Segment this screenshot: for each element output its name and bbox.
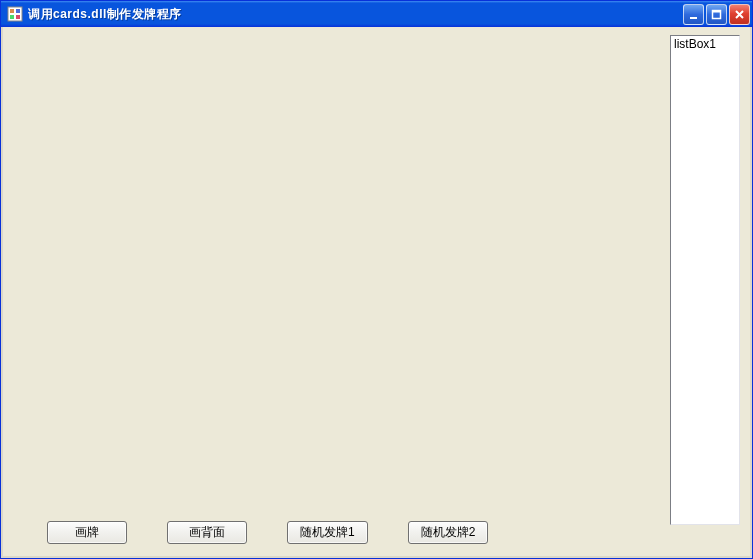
svg-rect-3: [10, 15, 14, 19]
client-area: listBox1 画牌 画背面 随机发牌1 随机发牌2: [1, 27, 752, 558]
maximize-icon: [711, 9, 722, 20]
list-item[interactable]: listBox1: [674, 37, 736, 51]
listbox[interactable]: listBox1: [670, 35, 740, 525]
random-deal-2-button[interactable]: 随机发牌2: [408, 521, 489, 544]
close-button[interactable]: [729, 4, 750, 25]
minimize-icon: [688, 9, 699, 20]
svg-rect-2: [16, 9, 20, 13]
svg-rect-7: [713, 10, 721, 12]
window-title: 调用cards.dll制作发牌程序: [28, 6, 683, 23]
application-window: 调用cards.dll制作发牌程序 listBox1: [0, 0, 753, 559]
svg-rect-5: [690, 17, 697, 19]
draw-back-button[interactable]: 画背面: [167, 521, 247, 544]
draw-card-button[interactable]: 画牌: [47, 521, 127, 544]
window-controls: [683, 4, 750, 25]
random-deal-1-button[interactable]: 随机发牌1: [287, 521, 368, 544]
button-row: 画牌 画背面 随机发牌1 随机发牌2: [47, 521, 488, 544]
app-icon: [7, 6, 23, 22]
minimize-button[interactable]: [683, 4, 704, 25]
titlebar[interactable]: 调用cards.dll制作发牌程序: [1, 1, 752, 27]
svg-rect-4: [16, 15, 20, 19]
close-icon: [734, 9, 745, 20]
svg-rect-1: [10, 9, 14, 13]
maximize-button[interactable]: [706, 4, 727, 25]
